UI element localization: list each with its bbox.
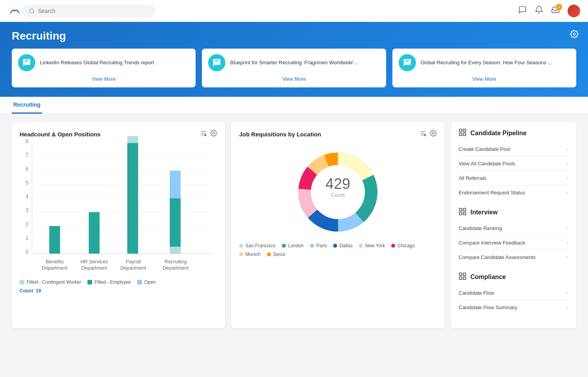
view-more-0[interactable]: View More xyxy=(92,76,116,82)
headcount-filter-icon[interactable] xyxy=(200,130,207,139)
interview-icon xyxy=(459,207,466,217)
legend-dot-munich xyxy=(239,252,243,256)
donut-legend: San Francisco London Paris Dallas New Yo… xyxy=(239,243,437,257)
svg-text:Department: Department xyxy=(120,265,146,271)
svg-text:Benefits: Benefits xyxy=(46,259,64,265)
legend-label-sf: San Francisco xyxy=(245,243,276,248)
item-endorsement-request-status[interactable]: Endorsement Request Status › xyxy=(459,185,568,199)
legend-label-london: London xyxy=(288,243,304,248)
arrow-candidate-flow: › xyxy=(566,290,568,296)
svg-rect-60 xyxy=(459,129,462,132)
item-label-referrals: All Referrals xyxy=(459,175,486,181)
legend-label-employee: Filled - Employee xyxy=(94,279,131,285)
user-avatar[interactable] xyxy=(568,5,580,17)
item-compare-interview-feedback[interactable]: Compare Interview Feedback › xyxy=(459,236,568,250)
svg-rect-70 xyxy=(459,277,462,280)
legend-label-seoul: Seoul xyxy=(273,252,285,257)
interview-header: Interview xyxy=(459,207,568,217)
svg-rect-34 xyxy=(127,136,138,143)
legend-label-dallas: Dallas xyxy=(339,243,352,248)
top-nav: 3 xyxy=(0,0,588,22)
item-label-endorsement: Endorsement Request Status xyxy=(459,190,525,196)
svg-rect-68 xyxy=(459,273,462,276)
legend-item-contingent: Filled - Contingent Worker xyxy=(20,279,81,285)
legend-color-employee xyxy=(87,280,92,285)
svg-point-6 xyxy=(204,134,206,136)
donut-svg: 429 Count xyxy=(291,145,385,239)
legend-dot-sf xyxy=(239,244,243,248)
news-text-0: LinkedIn Releases Global Recruiting Tren… xyxy=(40,59,189,66)
inbox-icon[interactable]: 3 xyxy=(551,5,560,16)
donut-chart-title: Job Requisitions by Location xyxy=(239,131,321,138)
svg-text:2: 2 xyxy=(25,221,29,227)
chat-icon[interactable] xyxy=(518,5,527,16)
arrow-compare-feedback: › xyxy=(566,239,568,246)
svg-point-7 xyxy=(213,132,215,134)
svg-text:Department: Department xyxy=(81,265,107,271)
item-label-view-pools: View All Candidate Pools xyxy=(459,161,515,167)
legend-chicago: Chicago xyxy=(391,243,415,248)
news-card-2: Global Recruiting for Every Season: How … xyxy=(392,49,576,87)
svg-text:8: 8 xyxy=(25,138,29,144)
svg-text:Count: Count xyxy=(331,192,345,198)
search-input[interactable] xyxy=(38,8,148,14)
interview-title: Interview xyxy=(470,209,497,216)
arrow-flow-summary: › xyxy=(566,304,568,310)
item-compare-candidate-assessments[interactable]: Compare Candidate Assessments › xyxy=(459,250,568,264)
svg-text:429: 429 xyxy=(325,176,350,192)
legend-dot-london xyxy=(282,244,286,248)
legend-item-employee: Filled - Employee xyxy=(87,279,131,285)
legend-sf: San Francisco xyxy=(239,243,276,248)
svg-rect-65 xyxy=(463,208,466,211)
legend-label-munich: Munich xyxy=(245,252,261,257)
item-label-compare-feedback: Compare Interview Feedback xyxy=(459,240,525,246)
view-more-2[interactable]: View More xyxy=(472,76,496,82)
legend-dot-chicago xyxy=(391,244,395,248)
main-content: Headcount & Open Positions 0 1 2 3 4 5 6… xyxy=(0,114,588,336)
candidate-pipeline-section: Candidate Pipeline Create Candidate Pool… xyxy=(459,128,568,199)
page-title: Recruiting xyxy=(12,30,576,42)
settings-icon[interactable] xyxy=(570,30,579,41)
legend-dallas: Dallas xyxy=(333,243,352,248)
tab-recruiting[interactable]: Recruiting xyxy=(12,97,42,114)
headcount-chart-title: Headcount & Open Positions xyxy=(20,131,101,138)
svg-rect-66 xyxy=(459,212,462,215)
item-candidate-ranking[interactable]: Candidate Ranking › xyxy=(459,221,568,236)
tab-bar: Recruiting xyxy=(0,97,588,114)
right-panel: Candidate Pipeline Create Candidate Pool… xyxy=(451,122,576,328)
donut-chart-card: Job Requisitions by Location xyxy=(231,122,445,328)
svg-text:HR Services: HR Services xyxy=(80,259,108,265)
compliance-icon xyxy=(459,272,466,282)
search-icon xyxy=(29,8,35,14)
svg-text:Department: Department xyxy=(163,265,189,271)
news-text-1: Blueprint for Smarter Recruiting: Fragom… xyxy=(230,59,379,66)
item-create-candidate-pool[interactable]: Create Candidate Pool › xyxy=(459,142,568,156)
workday-logo xyxy=(8,4,22,18)
search-bar[interactable] xyxy=(22,5,155,17)
arrow-endorsement: › xyxy=(566,189,568,196)
donut-gear-icon[interactable] xyxy=(430,130,437,139)
item-label-create-pool: Create Candidate Pool xyxy=(459,146,510,152)
svg-text:3: 3 xyxy=(25,207,29,213)
legend-color-contingent xyxy=(20,280,24,285)
arrow-view-pools: › xyxy=(566,160,568,167)
arrow-ranking: › xyxy=(566,225,568,231)
legend-label-paris: Paris xyxy=(316,243,327,248)
legend-label-chicago: Chicago xyxy=(397,243,415,248)
legend-munich: Munich xyxy=(239,252,261,257)
legend-label-open: Open xyxy=(144,279,156,285)
headcount-gear-icon[interactable] xyxy=(210,130,217,139)
item-view-all-candidate-pools[interactable]: View All Candidate Pools › xyxy=(459,156,568,171)
view-more-1[interactable]: View More xyxy=(282,76,306,82)
item-candidate-flow[interactable]: Candidate Flow › xyxy=(459,286,568,300)
chart-legend: Filled - Contingent Worker Filled - Empl… xyxy=(20,279,217,285)
notifications-icon[interactable] xyxy=(535,5,543,16)
arrow-compare-assessments: › xyxy=(566,254,568,260)
svg-point-2 xyxy=(573,33,575,35)
item-all-referrals[interactable]: All Referrals › xyxy=(459,171,568,185)
donut-filter-icon[interactable] xyxy=(419,130,426,139)
svg-point-45 xyxy=(424,134,426,136)
legend-color-open xyxy=(137,280,142,285)
item-candidate-flow-summary[interactable]: Candidate Flow Summary › xyxy=(459,300,568,314)
blue-header: Recruiting LinkedIn Releases Global Recr… xyxy=(0,22,588,97)
